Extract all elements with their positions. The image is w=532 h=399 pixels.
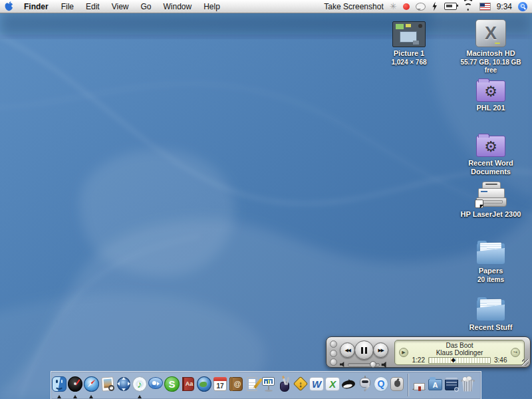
- dashboard-icon: [67, 376, 83, 392]
- automator-icon: [357, 376, 373, 392]
- desktop-icon-sublabel: 20 items: [477, 276, 504, 285]
- minimize-button[interactable]: [330, 350, 337, 357]
- dock-item-preview[interactable]: [100, 374, 116, 394]
- quicktime-icon: Q: [373, 376, 389, 392]
- elapsed-time: 1:22: [412, 357, 425, 364]
- keynote-icon: [260, 376, 276, 392]
- dock-item-automator[interactable]: [357, 374, 373, 394]
- menu-help[interactable]: Help: [198, 0, 226, 13]
- gearth-icon: [196, 376, 212, 392]
- desktop-icon-recent-stuff[interactable]: Recent Stuff: [456, 292, 525, 332]
- spotlight-icon[interactable]: [518, 2, 527, 11]
- spinner-icon[interactable]: ✳: [390, 1, 397, 12]
- progress-marker[interactable]: ◆: [451, 356, 456, 364]
- volume-thumb[interactable]: [370, 361, 376, 368]
- dock-item-skype[interactable]: S: [164, 374, 180, 394]
- menu-view[interactable]: View: [106, 0, 135, 13]
- menu-window[interactable]: Window: [158, 0, 198, 13]
- desktop-icon-phl-201[interactable]: ⚙PHL 201: [456, 72, 525, 112]
- dock-item-finder[interactable]: [51, 374, 67, 394]
- lcd-left-button[interactable]: ▶: [399, 348, 408, 357]
- dock-item-orca[interactable]: [340, 374, 356, 394]
- finder-icon: [51, 376, 67, 392]
- folder-icon: [476, 241, 505, 265]
- dock-item-roadsign[interactable]: ↕: [293, 374, 309, 394]
- dock-item-itunes[interactable]: ♪: [132, 374, 148, 394]
- textedit-icon: [244, 376, 260, 392]
- chat-bubble-icon[interactable]: [416, 3, 426, 11]
- desktop-icon-label: Papers: [479, 267, 503, 275]
- volume-slider[interactable]: [348, 363, 380, 366]
- menu-file[interactable]: File: [55, 0, 80, 13]
- appleworks-icon: [277, 376, 293, 392]
- track-title: Das Boot: [395, 342, 524, 349]
- wifi-icon[interactable]: [463, 3, 473, 11]
- excel-icon: X: [325, 376, 340, 392]
- pause-button[interactable]: [354, 340, 374, 360]
- desktop-icon-hp-laserjet-2300[interactable]: HP LaserJet 2300: [456, 179, 525, 219]
- menu-edit[interactable]: Edit: [80, 0, 106, 13]
- dock-item-word[interactable]: W: [309, 374, 325, 394]
- fast-forward-button[interactable]: ▶▶: [373, 342, 388, 358]
- menu-finder[interactable]: Finder: [17, 0, 55, 13]
- globetarget-icon: [116, 376, 132, 392]
- dock-item-dictionary[interactable]: Aa: [180, 374, 196, 394]
- progress-bar[interactable]: ◆: [428, 357, 491, 364]
- printer-icon: [473, 180, 508, 208]
- apple-menu[interactable]: [0, 0, 17, 13]
- dock-item-dashboard[interactable]: [67, 374, 83, 394]
- dock-item-textedit[interactable]: [244, 374, 260, 394]
- dock-item-appfolder[interactable]: A: [427, 374, 443, 394]
- minwin-icon: [444, 376, 460, 392]
- battery-icon[interactable]: [444, 3, 457, 10]
- dock-item-gearth[interactable]: [196, 374, 212, 394]
- us-flag-icon[interactable]: [479, 3, 491, 11]
- dock-item-keynote[interactable]: [260, 374, 276, 394]
- dock-item-globetarget[interactable]: [116, 374, 132, 394]
- hard-drive-icon: X: [475, 19, 506, 47]
- record-dot-icon[interactable]: [403, 3, 410, 10]
- window-buttons: [330, 340, 337, 366]
- dock-item-abook[interactable]: @: [228, 374, 244, 394]
- sysprefs-icon: [389, 376, 405, 392]
- screenshot-thumbnail-icon: [392, 21, 426, 47]
- dock-item-trash[interactable]: [460, 374, 475, 394]
- ichat-icon: [148, 376, 164, 392]
- desktop-icon-sublabel: 1,024 × 768: [391, 59, 426, 67]
- menu-go[interactable]: Go: [135, 0, 158, 13]
- trash-icon: [460, 376, 475, 392]
- dock-item-ichat[interactable]: [148, 374, 164, 394]
- folder-icon: [476, 298, 505, 321]
- dock-item-safari[interactable]: [83, 374, 99, 394]
- desktop-icon-label: Macintosh HD: [466, 49, 515, 58]
- desktop-icon-macintosh-hd[interactable]: XMacintosh HD55.77 GB, 10.18 GB free: [456, 18, 525, 75]
- close-button[interactable]: [330, 340, 337, 348]
- smart-folder-icon: ⚙: [476, 134, 505, 157]
- dock-item-minwin[interactable]: [444, 374, 460, 394]
- desktop-icon-label: Picture 1: [394, 49, 424, 58]
- total-time: 3:46: [494, 357, 507, 364]
- menu-bar: Finder File Edit View Go Window Help Tak…: [0, 0, 532, 13]
- dictionary-icon: Aa: [180, 376, 196, 392]
- lcd-right-button[interactable]: ↪: [511, 348, 520, 357]
- desktop-icon-picture-1[interactable]: Picture 11,024 × 768: [374, 18, 444, 66]
- roadsign-icon: ↕: [293, 376, 309, 392]
- dock-item-excel[interactable]: X: [325, 374, 340, 394]
- dock-item-appleworks[interactable]: [277, 374, 293, 394]
- resize-grip[interactable]: [522, 359, 529, 366]
- zoom-button[interactable]: [330, 358, 337, 366]
- rewind-button[interactable]: ◀◀: [340, 342, 355, 358]
- volume-min-icon: [340, 362, 346, 368]
- desktop-icon-recent-word-documents[interactable]: ⚙Recent Word Documents: [456, 128, 525, 176]
- dock-item-home[interactable]: [411, 374, 427, 394]
- skype-icon: S: [164, 376, 180, 392]
- take-screenshot-menu-extra[interactable]: Take Screenshot: [324, 2, 383, 11]
- lightning-bolt-icon[interactable]: [432, 2, 438, 11]
- dock-item-sysprefs[interactable]: [389, 374, 405, 394]
- menu-bar-left: Finder File Edit View Go Window Help: [0, 0, 226, 13]
- desktop-icon-papers[interactable]: Papers20 items: [456, 235, 525, 284]
- menu-bar-clock[interactable]: 9:34: [497, 2, 512, 11]
- dock-item-ical[interactable]: 17: [212, 374, 228, 394]
- appfolder-icon: A: [427, 376, 443, 392]
- dock-item-quicktime[interactable]: Q: [373, 374, 389, 394]
